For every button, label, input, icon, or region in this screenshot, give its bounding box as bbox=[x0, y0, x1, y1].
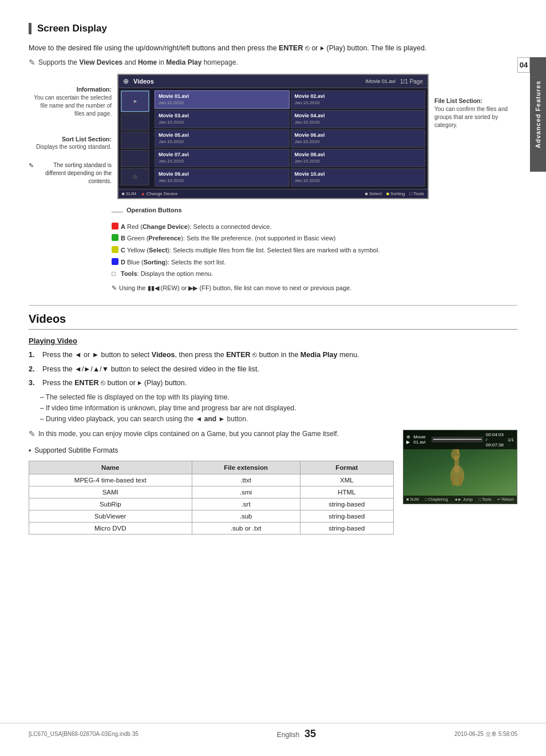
tv-file-10: Movie 10.avi Jan.10.2010 bbox=[291, 168, 426, 187]
thumb-page: 1/1 bbox=[508, 437, 514, 442]
footer-right: 2010-06-25 오후 5:58:05 bbox=[454, 730, 517, 738]
playing-video-title: Playing Video bbox=[29, 337, 517, 345]
tv-file-8: Movie 08.avi Jan.10.2010 bbox=[291, 149, 426, 167]
bullet-subtitle-text: Supported Subtitle Formats bbox=[34, 445, 118, 456]
blue-dot bbox=[112, 258, 118, 265]
sort-note-text: The sorting standard is different depend… bbox=[36, 161, 112, 185]
table-row: MPEG-4 time-based text .ttxt XML bbox=[29, 474, 394, 486]
step-3-text: Press the ENTER ⎋ button or ▶ (Play) but… bbox=[42, 378, 187, 389]
chapter-number: 04 bbox=[517, 57, 530, 73]
op-note-icon: ✎ bbox=[112, 283, 117, 294]
tv-header: ⊕ Videos iMovie 01.avi 1/1 Page bbox=[118, 75, 428, 88]
vf-tools: □ Tools bbox=[478, 497, 491, 502]
tv-file-9: Movie 09.avi Jan.10.2010 bbox=[155, 168, 290, 187]
tv-file-1: Movie 01.avi Jan.10.2010 bbox=[155, 90, 290, 109]
tv-file-7: Movie 07.avi Jan.10.2010 bbox=[155, 149, 290, 167]
svg-rect-4 bbox=[452, 476, 454, 486]
svg-rect-5 bbox=[459, 476, 462, 486]
step-1-text: Press the ◄ or ► button to select Videos… bbox=[42, 350, 359, 361]
op-tools-text: Tools: Displays the option menu. bbox=[121, 268, 213, 279]
table-header-row: Name File extension Format bbox=[29, 461, 394, 474]
op-blue-text: D Blue (Sorting): Selects the sort list. bbox=[121, 257, 225, 268]
vf-return: ↩ Return bbox=[497, 497, 514, 502]
bullet-2: If video time information is unknown, pl… bbox=[40, 403, 517, 414]
video-thumbnail-wrapper: ⊕ ▶ Movie 01.avi ━━━━━━━━━━━━━━━━━━━━━ 0… bbox=[403, 430, 517, 504]
tv-content-area: ▶ ⊕ Movie 01.avi Jan.10.2010 Movie 02.av… bbox=[118, 88, 428, 189]
vf-chapter: □ Chaptering bbox=[425, 497, 448, 502]
bullet-3: During video playback, you can search us… bbox=[40, 414, 517, 425]
video-overlay: ⊕ ▶ Movie 01.avi ━━━━━━━━━━━━━━━━━━━━━ 0… bbox=[403, 430, 517, 449]
td-ext-3: .srt bbox=[192, 498, 300, 510]
note-content: ✎ In this mode, you can enjoy movie clip… bbox=[29, 430, 394, 535]
note-and-thumb-wrapper: ✎ In this mode, you can enjoy movie clip… bbox=[29, 430, 517, 535]
tv-footer-sum: ■ SUM bbox=[122, 191, 136, 196]
th-name: Name bbox=[29, 461, 192, 474]
videos-divider bbox=[29, 329, 517, 330]
subtitle-table: Name File extension Format MPEG-4 time-b… bbox=[29, 461, 394, 535]
op-title: Operation Buttons bbox=[126, 205, 182, 216]
tv-file-grid: Movie 01.avi Jan.10.2010 Movie 02.avi Ja… bbox=[155, 90, 425, 187]
yellow-dot bbox=[112, 246, 118, 253]
tools-icon: □ bbox=[112, 268, 118, 275]
tv-header-subtitle: iMovie 01.avi bbox=[365, 78, 395, 84]
op-yellow-text: C Yellow (Select): Selects multiple file… bbox=[121, 245, 379, 256]
tv-footer-tools: □ Tools bbox=[409, 191, 424, 196]
annotation-info-label: Information: bbox=[29, 85, 112, 94]
chapter-label: Advanced Features bbox=[530, 57, 546, 172]
td-name-2: SAMI bbox=[29, 486, 192, 498]
td-name-4: SubViewer bbox=[29, 510, 192, 522]
tv-thumb-2 bbox=[121, 113, 149, 130]
thumb-title: Movie 01.avi bbox=[413, 434, 426, 445]
tv-thumbnails: ▶ ⊕ bbox=[121, 90, 152, 187]
tv-file-6: Movie 06.avi Jan.10.2010 bbox=[291, 129, 426, 148]
right-annotations: File List Section: You can confirm the f… bbox=[434, 74, 517, 199]
intro-paragraph: Move to the desired file using the up/do… bbox=[29, 42, 517, 54]
sort-note: ✎ The sorting standard is different depe… bbox=[29, 161, 112, 185]
th-format: Format bbox=[300, 461, 393, 474]
note-text: Supports the View Devices and Home in Me… bbox=[38, 58, 238, 66]
op-red: A Red (Change Device): Selects a connect… bbox=[112, 221, 517, 232]
op-note-text: Using the ▮▮◀ (REW) or ▶▶ (FF) button, f… bbox=[119, 283, 351, 294]
sub-bullets: The selected file is displayed on the to… bbox=[40, 392, 517, 425]
td-format-1: XML bbox=[300, 474, 393, 486]
td-format-2: HTML bbox=[300, 486, 393, 498]
steps-list: Press the ◄ or ► button to select Videos… bbox=[29, 350, 517, 389]
video-thumbnail: ⊕ ▶ Movie 01.avi ━━━━━━━━━━━━━━━━━━━━━ 0… bbox=[403, 430, 517, 504]
supported-subtitle: Supported Subtitle Formats bbox=[29, 445, 394, 456]
thumb-icon: ⊕ ▶ bbox=[406, 434, 410, 445]
tv-footer: ■ SUM ▲ Change Device ■ Select ■ Sorting… bbox=[118, 189, 428, 198]
tv-header-page: 1/1 Page bbox=[400, 78, 423, 85]
tv-header-title: Videos bbox=[133, 78, 361, 85]
sort-note-icon: ✎ bbox=[29, 161, 34, 185]
tv-footer-sorting: ■ Sorting bbox=[386, 191, 405, 196]
vf-sum: ■ SUM bbox=[406, 497, 419, 502]
note-game-text: In this mode, you can enjoy movie clips … bbox=[38, 430, 339, 438]
tv-thumb-selected: ▶ bbox=[121, 90, 149, 112]
page-container: 04 Advanced Features Screen Display Move… bbox=[0, 0, 546, 756]
table-row: SubViewer .sub string-based bbox=[29, 510, 394, 522]
tv-thumb-3 bbox=[121, 132, 149, 149]
td-format-3: string-based bbox=[300, 498, 393, 510]
op-green-text: B Green (Preference): Sets the file pref… bbox=[121, 233, 335, 244]
footer-left: [LC670_USA]BN68-02870A-03Eng.indb 35 bbox=[29, 731, 139, 737]
annotation-info-desc: You can ascertain the selected file name… bbox=[29, 94, 112, 118]
annotation-filelist: File List Section: You can confirm the f… bbox=[434, 97, 517, 129]
bullet-subtitle: Supported Subtitle Formats bbox=[29, 445, 394, 456]
step-3: Press the ENTER ⎋ button or ▶ (Play) but… bbox=[29, 378, 517, 389]
note-game: ✎ In this mode, you can enjoy movie clip… bbox=[29, 430, 394, 438]
table-row: SAMI .smi HTML bbox=[29, 486, 394, 498]
op-yellow: C Yellow (Select): Selects multiple file… bbox=[112, 245, 517, 256]
annotation-information: Information: You can ascertain the selec… bbox=[29, 85, 112, 118]
section-title-text: Screen Display bbox=[37, 23, 107, 34]
page-number-group: English 35 bbox=[277, 728, 316, 740]
td-name-1: MPEG-4 time-based text bbox=[29, 474, 192, 486]
videos-title: Videos bbox=[29, 312, 517, 326]
green-dot bbox=[112, 234, 118, 241]
screen-display-wrapper: Information: You can ascertain the selec… bbox=[29, 74, 517, 199]
step-1: Press the ◄ or ► button to select Videos… bbox=[29, 350, 517, 361]
thumb-progress: ━━━━━━━━━━━━━━━━━━━━━ bbox=[432, 437, 483, 442]
tv-thumb-4 bbox=[121, 150, 149, 167]
screen-display-title: Screen Display bbox=[29, 23, 517, 34]
td-format-4: string-based bbox=[300, 510, 393, 522]
op-title-line: —— Operation Buttons bbox=[112, 205, 517, 218]
